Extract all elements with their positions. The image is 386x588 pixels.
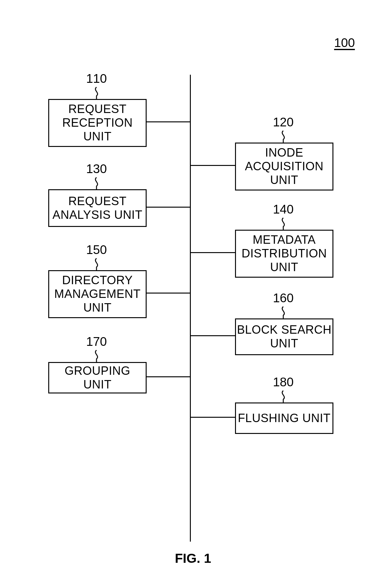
figure-caption: FIG. 1 [175,551,211,566]
ref-170: 170 [86,335,107,349]
leader-squiggle [277,130,290,143]
ref-150: 150 [86,243,107,257]
connector-140 [191,252,235,253]
block-130: REQUEST ANALYSIS UNIT [48,189,147,227]
block-120: INODE ACQUISITION UNIT [235,143,333,191]
connector-130 [146,207,190,208]
block-150: DIRECTORY MANAGEMENT UNIT [48,270,147,318]
leader-squiggle [90,177,103,189]
diagram-stage: 100 110 REQUEST RECEPTION UNIT 130 REQUE… [0,0,386,588]
ref-140: 140 [273,202,294,216]
leader-squiggle [277,306,290,318]
block-160: BLOCK SEARCH UNIT [235,318,333,355]
connector-170 [146,376,190,377]
leader-squiggle [90,350,103,362]
ref-160: 160 [273,291,294,305]
leader-squiggle [277,390,290,402]
connector-110 [146,121,190,122]
block-180: FLUSHING UNIT [235,402,333,434]
ref-110: 110 [86,72,107,86]
ref-120: 120 [273,115,294,129]
bus-line [190,75,191,542]
connector-180 [191,417,235,418]
leader-squiggle [90,258,103,270]
connector-160 [191,335,235,336]
block-110: REQUEST RECEPTION UNIT [48,99,147,147]
leader-squiggle [277,217,290,230]
connector-150 [146,293,190,294]
ref-130: 130 [86,162,107,176]
block-170: GROUPING UNIT [48,362,147,393]
ref-180: 180 [273,375,294,389]
block-140: METADATA DISTRIBUTION UNIT [235,230,333,278]
figure-main-ref: 100 [334,36,355,50]
connector-120 [191,165,235,166]
leader-squiggle [90,87,103,99]
